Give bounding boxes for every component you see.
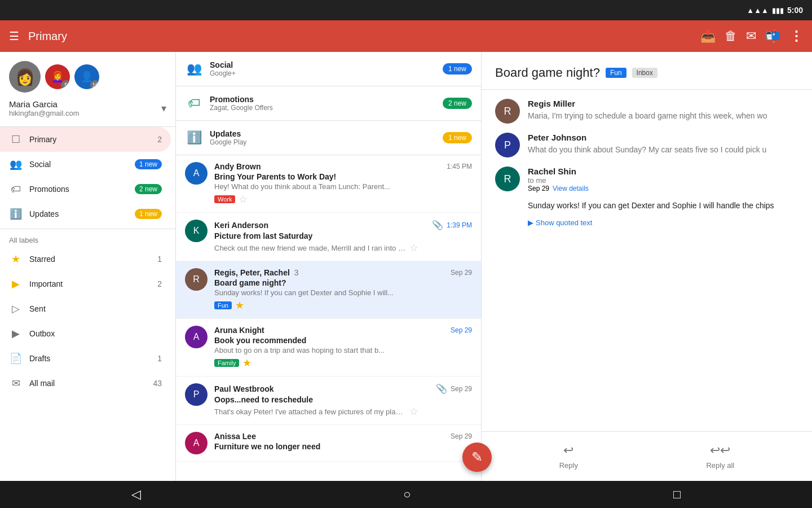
delete-icon[interactable]: 🗑 xyxy=(725,29,737,43)
email-content-andy-brown: Andy Brown 1:45 PM Bring Your Parents to… xyxy=(214,162,472,205)
email-content-keri-anderson: Keri Anderson 📎 1:39 PM Picture from las… xyxy=(214,220,472,254)
sidebar-item-updates[interactable]: ℹ️ Updates 1 new xyxy=(0,202,171,226)
app-bar-actions: 📥 🗑 ✉ 📬 ⋮ xyxy=(700,28,803,44)
avatar-paul-westbrook: P xyxy=(185,383,208,406)
outbox-label: Outbox xyxy=(29,329,162,338)
preview-andy-brown: Hey! What do you think about a Team Lunc… xyxy=(214,182,390,191)
avatar-secondary-2[interactable]: 👤 10 xyxy=(74,64,99,89)
email-item-aruna-knight[interactable]: A Aruna Knight Sep 29 Book you recommend… xyxy=(176,319,481,376)
sidebar-item-important[interactable]: ▶ Important 2 xyxy=(0,271,171,296)
outbox-icon: ▶ xyxy=(9,327,23,340)
preview-paul-westbrook: That's okay Peter! I've attached a few p… xyxy=(214,408,406,416)
move-icon[interactable]: 📬 xyxy=(765,29,780,43)
sidebar-item-primary[interactable]: ☐ Primary 2 xyxy=(0,127,171,152)
star-board-game[interactable]: ★ xyxy=(235,299,244,312)
sender-anissa-lee: Anissa Lee xyxy=(214,432,256,441)
avatar-andy-brown: A xyxy=(185,162,208,185)
social-cat-name: Social xyxy=(210,60,436,69)
meta-andy-brown: Hey! What do you think about a Team Lunc… xyxy=(214,182,472,191)
star-paul-westbrook[interactable]: ☆ xyxy=(409,405,418,418)
tags-aruna-knight: Family ★ xyxy=(214,357,472,369)
show-quoted-text[interactable]: ▶ Show quoted text xyxy=(528,218,798,227)
sidebar-item-drafts[interactable]: 📄 Drafts 1 xyxy=(0,346,171,371)
updates-cat-icon: ℹ️ xyxy=(185,129,203,147)
star-keri-anderson[interactable]: ☆ xyxy=(409,242,418,254)
primary-icon: ☐ xyxy=(9,133,23,146)
sidebar-item-social[interactable]: 👥 Social 1 new xyxy=(0,152,171,177)
recents-button[interactable]: □ xyxy=(673,487,681,502)
avatar-anissa-lee: A xyxy=(185,432,208,454)
msg-to-rachel: to me xyxy=(528,176,798,185)
sidebar-item-sent[interactable]: ▷ Sent xyxy=(0,296,171,321)
subject-paul-westbrook: Oops...need to reschedule xyxy=(214,395,472,404)
email-item-board-game[interactable]: R Regis, Peter, Rachel 3 Sep 29 Board ga… xyxy=(176,261,481,319)
detail-subject-text: Board game night? xyxy=(495,65,600,80)
meta-paul-westbrook: That's okay Peter! I've attached a few p… xyxy=(214,405,472,418)
mark-read-icon[interactable]: ✉ xyxy=(746,29,756,43)
avatar-main: 👩 xyxy=(9,61,41,93)
drafts-count: 1 xyxy=(157,354,162,363)
sidebar-item-outbox[interactable]: ▶ Outbox xyxy=(0,321,171,346)
star-aruna-knight[interactable]: ★ xyxy=(242,357,251,369)
app-bar-title: Primary xyxy=(28,30,691,43)
avatars-row: 👩 👩‍🦰 5 👤 10 xyxy=(9,61,166,93)
star-andy-brown[interactable]: ☆ xyxy=(239,193,248,205)
message-peter-johnson: P Peter Johnson What do you think about … xyxy=(495,133,798,157)
msg-avatar-regis: R xyxy=(495,99,520,124)
preview-board-game: Sunday works! If you can get Dexter and … xyxy=(214,288,394,297)
tags-board-game: Fun ★ xyxy=(214,299,472,312)
category-promotions[interactable]: 🏷 Promotions Zagat, Google Offers 2 new xyxy=(176,86,481,121)
email-header-anissa-lee: Anissa Lee Sep 29 xyxy=(214,432,472,441)
time-keri-anderson: 1:39 PM xyxy=(447,221,472,229)
compose-fab[interactable]: ✎ xyxy=(462,443,492,472)
primary-count: 2 xyxy=(157,135,162,144)
account-dropdown-arrow[interactable]: ▾ xyxy=(161,102,166,115)
email-item-anissa-lee[interactable]: A Anissa Lee Sep 29 Furniture we no long… xyxy=(176,425,481,462)
reply-actions: ↩ Reply ↩↩ Reply all xyxy=(482,431,812,481)
allmail-label: All mail xyxy=(29,379,146,388)
meta-board-game: Sunday works! If you can get Dexter and … xyxy=(214,288,472,297)
back-button[interactable]: ◁ xyxy=(131,487,141,502)
email-content-board-game: Regis, Peter, Rachel 3 Sep 29 Board game… xyxy=(214,268,472,312)
social-cat-icon: 👥 xyxy=(185,60,203,78)
menu-icon[interactable]: ☰ xyxy=(9,29,19,43)
reply-all-button[interactable]: ↩↩ Reply all xyxy=(706,443,734,470)
rachel-view-details[interactable]: View details xyxy=(553,185,589,192)
detail-subject: Board game night? Fun Inbox xyxy=(495,65,798,80)
promotions-new-badge: 2 new xyxy=(443,98,472,109)
bottom-nav: ◁ ○ □ xyxy=(0,481,812,508)
more-icon[interactable]: ⋮ xyxy=(789,28,803,44)
email-item-keri-anderson[interactable]: K Keri Anderson 📎 1:39 PM Picture from l… xyxy=(176,213,481,261)
updates-label: Updates xyxy=(29,209,128,218)
home-button[interactable]: ○ xyxy=(403,487,411,502)
msg-date-rachel: Sep 29 View details xyxy=(528,185,798,192)
preview-aruna-knight: About to go on a trip and was hoping to … xyxy=(214,346,385,354)
sidebar-item-allmail[interactable]: ✉ All mail 43 xyxy=(0,371,171,396)
email-content-anissa-lee: Anissa Lee Sep 29 Furniture we no longer… xyxy=(214,432,472,452)
email-header-andy-brown: Andy Brown 1:45 PM xyxy=(214,162,472,171)
promotions-cat-icon: 🏷 xyxy=(185,94,203,112)
msg-sender-peter: Peter Johnson xyxy=(528,133,586,142)
email-content-aruna-knight: Aruna Knight Sep 29 Book you recommended… xyxy=(214,326,472,369)
email-content-paul-westbrook: Paul Westbrook 📎 Sep 29 Oops...need to r… xyxy=(214,383,472,418)
email-header-keri-anderson: Keri Anderson 📎 1:39 PM xyxy=(214,220,472,230)
sidebar-item-starred[interactable]: ★ Starred 1 xyxy=(0,247,171,271)
reply-button[interactable]: ↩ Reply xyxy=(559,443,578,470)
category-updates[interactable]: ℹ️ Updates Google Play 1 new xyxy=(176,121,481,155)
sidebar-item-promotions[interactable]: 🏷 Promotions 2 new xyxy=(0,177,171,202)
detail-tag-fun: Fun xyxy=(606,68,626,78)
archive-icon[interactable]: 📥 xyxy=(700,29,716,43)
status-icons: ▲▲▲ ▮▮▮ 5:00 xyxy=(747,6,803,15)
avatar-secondary-1[interactable]: 👩‍🦰 5 xyxy=(45,64,70,89)
msg-sender-regis: Regis Miller xyxy=(528,99,575,108)
starred-count: 1 xyxy=(157,255,162,264)
msg-avatar-peter: P xyxy=(495,133,520,157)
email-item-andy-brown[interactable]: A Andy Brown 1:45 PM Bring Your Parents … xyxy=(176,155,481,213)
show-quoted-label: Show quoted text xyxy=(536,218,592,227)
account-section: 👩 👩‍🦰 5 👤 10 Maria Garcia hikingfan@gmai… xyxy=(0,52,175,127)
msg-content-regis: Regis Miller Maria, I'm trying to schedu… xyxy=(528,99,798,124)
tags-andy-brown: Work ☆ xyxy=(214,193,472,205)
category-social[interactable]: 👥 Social Google+ 1 new xyxy=(176,52,481,86)
starred-icon: ★ xyxy=(9,252,23,266)
email-item-paul-westbrook[interactable]: P Paul Westbrook 📎 Sep 29 Oops...need to… xyxy=(176,376,481,425)
